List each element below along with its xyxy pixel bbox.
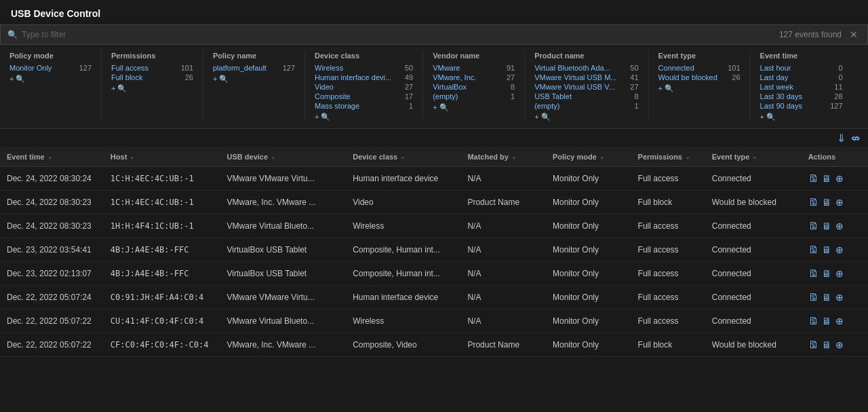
table-row: Dec. 24, 2022 08:30:241C:H:4EC:4C:UB:-1V…	[0, 167, 868, 191]
file-action-icon[interactable]: 🖻	[808, 269, 818, 278]
monitor-action-icon[interactable]: 🖥	[822, 198, 831, 207]
summary-row: (empty)1	[433, 92, 515, 100]
summary-count-5-2: 27	[623, 83, 639, 91]
summary-row: Last hour0	[760, 64, 843, 72]
th-matched-by[interactable]: Matched by ⌄	[460, 147, 546, 167]
monitor-action-icon[interactable]: 🖥	[822, 221, 831, 231]
event-time-cell: Dec. 22, 2022 05:07:22	[0, 333, 104, 357]
device-class-cell: Composite, Video	[346, 333, 460, 357]
summary-label-3-0[interactable]: Wireless	[315, 64, 343, 72]
summary-label-2-0[interactable]: platform_default	[213, 64, 267, 72]
sort-icon: ⌄	[599, 153, 605, 160]
th-usb-device[interactable]: USB device ⌄	[220, 147, 347, 167]
summary-label-6-1[interactable]: Would be blocked	[658, 73, 717, 81]
summary-add-filter-2[interactable]: + 🔍	[213, 75, 295, 83]
summary-label-1-0[interactable]: Full access	[111, 64, 149, 72]
summary-label-7-3[interactable]: Last 30 days	[760, 92, 802, 100]
filter-input[interactable]	[22, 30, 779, 39]
usb-cell[interactable]: VMware, Inc. VMware ...	[220, 191, 347, 214]
actions-cell: 🖻🖥⊕	[802, 333, 868, 357]
add-action-icon[interactable]: ⊕	[835, 221, 844, 231]
clear-filter-button[interactable]: ✕	[847, 29, 861, 40]
file-action-icon[interactable]: 🖻	[808, 245, 818, 255]
summary-count-4-2: 8	[498, 83, 515, 91]
device-class-cell: Composite, Human int...	[346, 238, 460, 262]
monitor-action-icon[interactable]: 🖥	[822, 245, 831, 255]
summary-add-filter-5[interactable]: + 🔍	[534, 113, 638, 121]
summary-row: Mass storage1	[315, 102, 413, 110]
add-action-icon[interactable]: ⊕	[835, 340, 844, 350]
summary-label-3-1[interactable]: Human interface devi...	[315, 73, 391, 81]
add-action-icon[interactable]: ⊕	[835, 198, 844, 207]
summary-label-5-4[interactable]: (empty)	[534, 102, 559, 110]
summary-label-1-1[interactable]: Full block	[111, 73, 142, 81]
host-cell: 4B:J:A4E:4B:-FFC	[104, 238, 220, 262]
matched-by-cell: N/A	[460, 238, 546, 262]
sort-icon: ⌄	[752, 153, 757, 160]
file-action-icon[interactable]: 🖻	[808, 198, 818, 207]
usb-cell[interactable]: VirtualBox USB Tablet	[220, 262, 347, 286]
usb-cell[interactable]: VMware VMware Virtu...	[220, 286, 347, 310]
permissions-cell: Full block	[631, 333, 705, 357]
host-cell: CF:C0:4F:C0:4F:-C0:4	[104, 333, 220, 357]
summary-label-5-0[interactable]: Virtual Bluetooth Ada...	[534, 64, 610, 72]
summary-label-0-0[interactable]: Monitor Only	[9, 64, 52, 72]
summary-add-filter-4[interactable]: + 🔍	[433, 103, 515, 112]
add-action-icon[interactable]: ⊕	[835, 245, 844, 255]
monitor-action-icon[interactable]: 🖥	[822, 316, 831, 326]
usb-cell[interactable]: VMware, Inc. VMware ...	[220, 333, 347, 357]
summary-add-filter-0[interactable]: + 🔍	[9, 75, 92, 83]
file-action-icon[interactable]: 🖻	[808, 221, 818, 231]
host-cell: 1C:H:4EC:4C:UB:-1	[104, 167, 220, 191]
table-row: Dec. 23, 2022 03:54:414B:J:A4E:4B:-FFCVi…	[0, 238, 868, 262]
monitor-action-icon[interactable]: 🖥	[822, 340, 831, 350]
add-action-icon[interactable]: ⊕	[835, 269, 844, 278]
summary-add-filter-7[interactable]: + 🔍	[760, 113, 843, 121]
summary-add-filter-1[interactable]: + 🔍	[111, 84, 193, 93]
th-permissions[interactable]: Permissions ⌄	[631, 147, 705, 167]
monitor-action-icon[interactable]: 🖥	[822, 293, 831, 302]
summary-count-7-3: 28	[827, 92, 843, 100]
monitor-action-icon[interactable]: 🖥	[822, 174, 831, 183]
summary-label-5-2[interactable]: VMware Virtual USB V...	[534, 83, 615, 91]
summary-label-7-0[interactable]: Last hour	[760, 64, 791, 72]
summary-label-3-2[interactable]: Video	[315, 83, 334, 91]
usb-cell[interactable]: VMware Virtual Blueto...	[220, 310, 347, 333]
add-action-icon[interactable]: ⊕	[835, 293, 844, 302]
add-action-icon[interactable]: ⊕	[835, 174, 844, 183]
summary-label-5-3[interactable]: USB Tablet	[534, 92, 572, 100]
file-action-icon[interactable]: 🖻	[808, 340, 818, 350]
summary-label-4-2[interactable]: VirtualBox	[433, 83, 467, 91]
file-action-icon[interactable]: 🖻	[808, 293, 818, 302]
summary-label-7-4[interactable]: Last 90 days	[760, 102, 802, 110]
device-class-cell: Video	[346, 191, 460, 214]
summary-label-4-3[interactable]: (empty)	[433, 92, 458, 100]
add-action-icon[interactable]: ⊕	[835, 316, 844, 326]
th-policy-mode[interactable]: Policy mode ⌄	[546, 147, 631, 167]
summary-label-7-2[interactable]: Last week	[760, 83, 794, 91]
file-action-icon[interactable]: 🖻	[808, 316, 818, 326]
permissions-cell: Full access	[631, 214, 705, 238]
host-cell: 1C:H:4EC:4C:UB:-1	[104, 191, 220, 214]
file-action-icon[interactable]: 🖻	[808, 174, 818, 183]
th-event-type[interactable]: Event type ⌄	[705, 147, 802, 167]
download-icon[interactable]: ⇓	[837, 132, 846, 145]
th-event-time[interactable]: Event time ⌄	[0, 147, 104, 167]
th-device-class[interactable]: Device class ⌄	[346, 147, 460, 167]
summary-label-4-1[interactable]: VMware, Inc.	[433, 73, 476, 81]
usb-cell[interactable]: VMware VMware Virtu...	[220, 167, 347, 191]
usb-cell[interactable]: VirtualBox USB Tablet	[220, 238, 347, 262]
monitor-action-icon[interactable]: 🖥	[822, 269, 831, 278]
summary-label-6-0[interactable]: Connected	[658, 64, 694, 72]
summary-add-filter-6[interactable]: + 🔍	[658, 84, 741, 93]
usb-cell[interactable]: VMware Virtual Blueto...	[220, 214, 347, 238]
summary-label-3-3[interactable]: Composite	[315, 92, 351, 100]
columns-icon[interactable]: ⇎	[851, 132, 860, 145]
summary-add-filter-3[interactable]: + 🔍	[315, 113, 413, 121]
summary-label-5-1[interactable]: VMware Virtual USB M...	[534, 73, 616, 81]
summary-label-7-1[interactable]: Last day	[760, 73, 789, 81]
th-actions[interactable]: Actions	[802, 147, 868, 167]
summary-label-4-0[interactable]: VMware	[433, 64, 460, 72]
th-host[interactable]: Host ⌄	[104, 147, 220, 167]
summary-label-3-4[interactable]: Mass storage	[315, 102, 359, 110]
